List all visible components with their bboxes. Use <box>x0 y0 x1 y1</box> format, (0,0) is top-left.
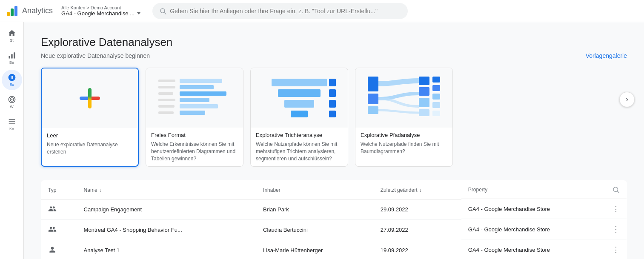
svg-rect-41 <box>432 77 440 83</box>
card-leer[interactable]: Leer Neue explorative Datenanalyse erste… <box>41 68 139 167</box>
more-options-button[interactable]: ⋮ <box>612 204 620 213</box>
analysis-cards-row: Leer Neue explorative Datenanalyse erste… <box>41 68 627 167</box>
app-title: Analytics <box>22 6 53 15</box>
sidebar-item-reports-label: Be <box>9 60 14 65</box>
pfadanalyse-chart <box>364 72 444 123</box>
cell-typ <box>41 199 77 219</box>
svg-line-4 <box>164 12 166 14</box>
search-bar[interactable] <box>152 3 408 19</box>
group-user-icon <box>48 205 57 213</box>
svg-rect-25 <box>158 111 174 114</box>
svg-rect-17 <box>180 98 209 102</box>
name-sort-icon: ↓ <box>99 187 102 193</box>
cell-zuletzt: 27.09.2022 <box>374 219 461 240</box>
svg-rect-42 <box>432 85 440 91</box>
cell-name: Analyse Test 1 <box>77 240 256 259</box>
col-name[interactable]: Name ↓ <box>77 181 256 199</box>
table-wrapper: Typ Name ↓ Inhaber Zuletzt geändert <box>41 180 627 259</box>
col-typ: Typ <box>41 181 77 199</box>
svg-rect-38 <box>419 87 429 96</box>
card-leer-desc: Neue explorative Datenanalyse erstellen <box>42 141 138 160</box>
table-row: Analyse Test 1Lisa-Marie Hüttenberger19.… <box>41 240 627 259</box>
sidebar-item-reports[interactable]: Be <box>2 48 22 68</box>
svg-rect-40 <box>419 109 429 116</box>
svg-rect-37 <box>419 77 429 85</box>
svg-rect-23 <box>158 99 175 101</box>
cell-property: GA4 - Google Merchandise Store⋮ <box>461 199 627 219</box>
card-trichteranalyse[interactable]: Explorative Trichteranalyse Welche Nutze… <box>250 68 348 167</box>
card-freies-format[interactable]: Freies Format Welche Erkenntnisse können… <box>146 68 243 167</box>
sidebar-item-home-label: St <box>10 38 14 43</box>
group-user-icon <box>48 225 57 233</box>
analytics-logo-icon <box>5 4 19 18</box>
template-gallery-link[interactable]: Vorlagengalerie <box>586 52 627 59</box>
sidebar: St Be Ex W Ko <box>0 22 24 259</box>
sidebar-item-home[interactable]: St <box>2 26 22 46</box>
cell-typ <box>41 240 77 259</box>
svg-point-10 <box>11 99 12 100</box>
account-breadcrumb: Alle Konten > Demo Account <box>61 5 140 10</box>
svg-rect-36 <box>368 106 378 114</box>
svg-line-47 <box>617 191 619 193</box>
svg-rect-0 <box>7 12 10 16</box>
card-leer-preview <box>42 68 138 128</box>
freies-format-chart <box>154 72 235 123</box>
app-logo: Analytics <box>5 4 53 18</box>
svg-rect-30 <box>329 79 336 86</box>
svg-rect-14 <box>180 79 222 83</box>
cell-name: Montreal GA4 - Shopping Behavior Fu... <box>77 219 256 240</box>
table-row: Campaign EngagementBrian Park29.09.2022G… <box>41 199 627 219</box>
svg-rect-11 <box>9 119 15 120</box>
table-header-row: Typ Name ↓ Inhaber Zuletzt geändert <box>41 181 627 199</box>
svg-rect-27 <box>278 89 321 97</box>
card-freies-format-preview <box>146 68 243 128</box>
section-subtitle-text: Neue explorative Datenanalyse beginnen <box>41 52 150 59</box>
zuletzt-sort-icon: ↓ <box>419 187 421 193</box>
sidebar-item-explore-label: Ex <box>9 83 14 87</box>
cards-next-button[interactable]: › <box>619 92 635 107</box>
sidebar-item-advertising[interactable]: W <box>2 92 22 112</box>
svg-rect-18 <box>180 104 218 108</box>
svg-rect-39 <box>419 98 429 107</box>
svg-rect-22 <box>158 92 173 95</box>
cell-name: Campaign Engagement <box>77 199 256 219</box>
svg-rect-43 <box>432 94 440 100</box>
sidebar-item-configure[interactable]: Ko <box>2 114 22 134</box>
card-pfadanalyse[interactable]: Explorative Pfadanalyse Welche Nutzerpfa… <box>355 68 453 167</box>
table-body: Campaign EngagementBrian Park29.09.2022G… <box>41 199 627 259</box>
svg-rect-31 <box>329 89 336 97</box>
svg-rect-33 <box>329 111 336 117</box>
card-leer-label: Leer <box>42 128 138 141</box>
svg-rect-21 <box>158 86 175 88</box>
more-options-button[interactable]: ⋮ <box>612 225 620 234</box>
name-sort[interactable]: Name ↓ <box>84 187 249 193</box>
sidebar-item-explore[interactable]: Ex <box>2 70 22 90</box>
col-zuletzt[interactable]: Zuletzt geändert ↓ <box>374 181 461 199</box>
sidebar-item-configure-label: Ko <box>9 127 14 131</box>
svg-rect-12 <box>9 121 15 122</box>
list-icon <box>8 117 16 126</box>
zuletzt-sort[interactable]: Zuletzt geändert ↓ <box>381 187 455 193</box>
svg-rect-20 <box>158 80 175 82</box>
property-search-icon[interactable] <box>612 186 620 194</box>
search-input[interactable] <box>170 8 401 14</box>
account-dropdown-icon <box>137 12 140 14</box>
search-icon <box>159 7 166 15</box>
svg-rect-45 <box>432 111 440 116</box>
svg-rect-7 <box>14 52 15 58</box>
section-subtitle-row: Neue explorative Datenanalyse beginnen V… <box>41 52 627 59</box>
card-freies-format-desc: Welche Erkenntnisse können Sie mit benut… <box>146 141 243 166</box>
col-property: Property <box>461 181 627 199</box>
more-options-button[interactable]: ⋮ <box>612 245 620 254</box>
card-pfadanalyse-desc: Welche Nutzerpfade finden Sie mit Baumdi… <box>355 141 452 159</box>
card-pfadanalyse-preview <box>355 68 452 128</box>
cell-inhaber: Brian Park <box>256 199 374 219</box>
bar-chart-icon <box>8 51 16 60</box>
col-inhaber: Inhaber <box>256 181 374 199</box>
card-trichteranalyse-desc: Welche Nutzerpfade können Sie mit mehrst… <box>251 141 348 166</box>
plus-icon <box>80 88 100 108</box>
svg-rect-44 <box>432 102 440 108</box>
account-name[interactable]: GA4 - Google Merchandise ... <box>61 10 140 17</box>
account-selector[interactable]: Alle Konten > Demo Account GA4 - Google … <box>61 5 140 17</box>
svg-rect-13 <box>9 123 15 124</box>
